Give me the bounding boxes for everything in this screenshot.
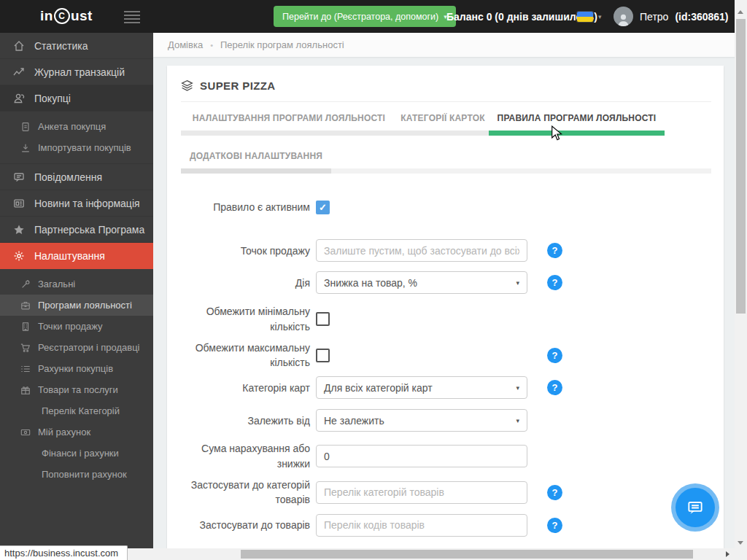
breadcrumb-home-link[interactable]: Домівка (168, 39, 203, 50)
incust-logo[interactable]: inCust (40, 8, 93, 24)
banknote-icon (20, 427, 31, 438)
select-value: Не залежить (324, 415, 384, 427)
sidebar-item-customers[interactable]: Покупці (0, 85, 153, 112)
tab-underline-track (331, 168, 711, 174)
help-icon[interactable]: ? (547, 518, 562, 533)
scrollbar-corner (735, 548, 747, 560)
help-icon[interactable]: ? (547, 275, 562, 290)
horizontal-scrollbar-thumb[interactable] (241, 550, 693, 559)
apply-to-categories-input[interactable] (316, 481, 527, 504)
rule-form: Правило є активним ✓ Точок продажу ? Дія… (181, 200, 711, 537)
sidebar-item-import-customers[interactable]: Імпортувати покупців (0, 137, 153, 158)
limit-min-quantity-checkbox[interactable] (316, 312, 330, 326)
user-menu[interactable]: Петро (id:360861) ▾ (614, 0, 738, 33)
go-to-dropdown-button[interactable]: Перейти до (Реєстратора, допомоги) ▾ (274, 6, 456, 27)
sidebar-item-customer-accounts[interactable]: Рахунки покупців (0, 358, 153, 379)
select-arrow-icon: ▾ (516, 384, 519, 392)
users-icon (13, 93, 25, 104)
card-category-select[interactable]: Для всіх категорій карт ▾ (316, 376, 527, 399)
sidebar-item-my-account[interactable]: Мій рахунок (0, 421, 153, 443)
form-row: Обмежити максимальну кількість ? (181, 341, 711, 370)
briefcase-icon (20, 300, 31, 311)
sidebar-item-label: Новини та інформація (34, 198, 140, 209)
sidebar-item-goods-services[interactable]: Товари та послуги (0, 379, 153, 400)
field-label: Обмежити максимальну кількість (181, 341, 310, 370)
user-name: Петро (640, 11, 668, 23)
sidebar-item-loyalty-programs[interactable]: Програми лояльності (0, 295, 153, 316)
hamburger-menu-icon[interactable] (124, 11, 140, 26)
tab-additional-settings[interactable]: ДОДАТКОВІ НАЛАШТУВАННЯ (181, 140, 331, 168)
scroll-up-arrow[interactable] (738, 10, 743, 14)
breadcrumb-separator: • (210, 41, 213, 50)
sidebar-item-label: Поповнити рахунок (42, 469, 127, 480)
help-icon[interactable]: ? (547, 243, 562, 258)
field-label: Застосувати до категорій товарів (181, 478, 310, 508)
sidebar-item-label: Мій рахунок (38, 427, 90, 438)
vertical-scrollbar[interactable] (735, 0, 747, 548)
sidebar-item-top-up-account[interactable]: Поповнити рахунок (0, 464, 153, 485)
sidebar-item-label: Товари та послуги (38, 384, 118, 395)
select-value: Для всіх категорій карт (324, 382, 433, 394)
logo-text: in (40, 8, 53, 24)
form-row: Категорія карт Для всіх категорій карт ▾… (181, 376, 711, 399)
sidebar-item-messages[interactable]: Повідомлення (0, 164, 153, 190)
sidebar-item-customer-form[interactable]: Анкета покупця (0, 116, 153, 137)
breadcrumb-current: Перелік програм лояльності (220, 39, 344, 50)
sidebar-item-partner-program[interactable]: Партнерська Програма (0, 217, 153, 243)
help-icon[interactable]: ? (547, 485, 562, 500)
apply-to-goods-input[interactable] (316, 514, 527, 537)
help-icon[interactable]: ? (547, 380, 562, 395)
tabs-row-1: НАЛАШТУВАННЯ ПРОГРАМИ ЛОЯЛЬНОСТІ КАТЕГОР… (181, 102, 711, 131)
layers-icon (181, 79, 193, 92)
tabs-row-2: ДОДАТКОВІ НАЛАШТУВАННЯ (181, 140, 711, 168)
sidebar-submenu-settings: Загальні Програми лояльності Точки прода… (0, 269, 153, 490)
breadcrumb: Домівка • Перелік програм лояльності (153, 33, 735, 57)
sidebar-item-registrars-sellers[interactable]: Реєстратори і продавці (0, 337, 153, 358)
language-selector[interactable]: ▾ (577, 0, 602, 33)
sidebar-item-transactions-journal[interactable]: Журнал транзакцій (0, 59, 153, 85)
vertical-scrollbar-thumb[interactable] (736, 19, 746, 314)
logo-text: ust (71, 8, 93, 24)
scroll-down-arrow[interactable] (738, 541, 743, 545)
select-value: Знижка на товар, % (324, 277, 417, 289)
tabs-underline-2 (181, 168, 711, 174)
sidebar-item-label: Фінанси і рахунки (42, 448, 119, 459)
sidebar-item-label: Налаштування (34, 250, 105, 262)
sidebar-item-finances-accounts[interactable]: Фінанси і рахунки (0, 443, 153, 464)
help-icon[interactable]: ? (547, 348, 562, 363)
tab-card-categories[interactable]: КАТЕГОРІЇ КАРТОК (397, 102, 489, 131)
tab-loyalty-settings[interactable]: НАЛАШТУВАННЯ ПРОГРАМИ ЛОЯЛЬНОСТІ (181, 102, 397, 131)
tools-icon (20, 279, 31, 289)
sidebar-item-points-of-sale[interactable]: Точки продажу (0, 316, 153, 337)
sidebar-item-statistics[interactable]: Статистика (0, 33, 153, 59)
sidebar-item-label: Рахунки покупців (38, 363, 113, 374)
form-row: Точок продажу ? (181, 239, 711, 262)
sidebar-item-categories-list[interactable]: Перелік Категорій (0, 400, 153, 421)
sidebar-item-settings[interactable]: Налаштування (0, 243, 153, 269)
rule-active-checkbox[interactable]: ✓ (316, 201, 330, 214)
amount-input[interactable] (316, 445, 527, 467)
chevron-down-icon: ▾ (598, 13, 602, 20)
form-row: Застосувати до категорій товарів ? (181, 478, 711, 508)
form-row: Сума нарахування або знижки (181, 441, 711, 471)
field-label: Обмежити мінімальну кількість (181, 304, 310, 334)
topbar: inCust Перейти до (Реєстратора, допомоги… (0, 0, 747, 33)
sidebar-item-label: Статистика (34, 40, 88, 52)
sidebar-item-label: Повідомлення (34, 171, 102, 183)
star-icon (13, 224, 25, 236)
loyalty-program-card: SUPER PIZZA НАЛАШТУВАННЯ ПРОГРАМИ ЛОЯЛЬН… (167, 66, 724, 548)
status-url: https://business.incust.com (4, 548, 118, 559)
sidebar-item-general[interactable]: Загальні (0, 273, 153, 295)
depends-on-select[interactable]: Не залежить ▾ (316, 409, 527, 432)
action-select[interactable]: Знижка на товар, % ▾ (316, 271, 527, 294)
tab-loyalty-rules[interactable]: ПРАВИЛА ПРОГРАМИ ЛОЯЛЬНОСТІ (489, 102, 665, 131)
scroll-right-arrow[interactable] (726, 551, 729, 557)
point-of-sale-input[interactable] (316, 239, 527, 262)
chat-widget-button[interactable] (676, 488, 715, 527)
sidebar-item-news-info[interactable]: Новини та інформація (0, 190, 153, 217)
form-row: Обмежити мінімальну кількість (181, 304, 711, 334)
logo-c-icon: C (54, 8, 70, 24)
sidebar: Статистика Журнал транзакцій Покупці Анк… (0, 33, 153, 548)
import-icon (20, 142, 31, 153)
limit-max-quantity-checkbox[interactable] (316, 349, 330, 362)
